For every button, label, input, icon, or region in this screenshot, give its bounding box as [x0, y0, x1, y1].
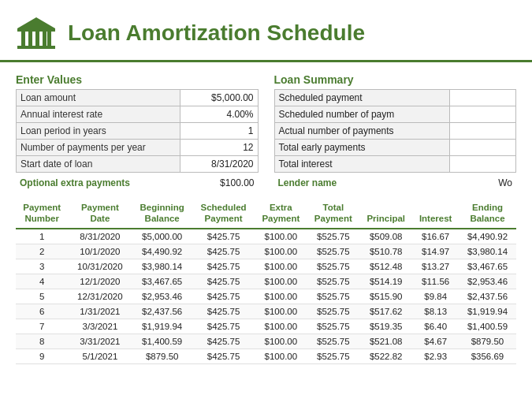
ev-label: Start date of loan [17, 156, 180, 173]
schedule-cell-6-6: $519.35 [359, 319, 412, 334]
schedule-cell-6-3: $425.75 [192, 319, 255, 334]
enter-values-row: Annual interest rate4.00% [17, 106, 259, 123]
schedule-col-1: PaymentDate [68, 199, 132, 229]
schedule-cell-0-1: 8/31/2020 [68, 229, 132, 244]
ls-label: Actual number of payments [274, 123, 449, 140]
ls-label: Scheduled payment [274, 90, 449, 106]
schedule-cell-0-2: $5,000.00 [132, 229, 192, 244]
schedule-row: 210/1/2020$4,490.92$425.75$100.00$525.75… [16, 244, 516, 259]
schedule-cell-5-7: $8.13 [412, 304, 459, 319]
enter-values-row: Loan amount$5,000.00 [17, 90, 259, 106]
schedule-col-0: PaymentNumber [16, 199, 68, 229]
svg-rect-5 [35, 32, 39, 46]
schedule-cell-3-4: $100.00 [255, 274, 307, 289]
schedule-cell-7-2: $1,400.59 [132, 334, 192, 348]
ev-value: 12 [180, 140, 258, 156]
loan-summary-row: Total interest [274, 156, 516, 173]
schedule-cell-5-2: $2,437.56 [132, 304, 192, 319]
schedule-col-8: EndingBalance [459, 199, 516, 229]
schedule-cell-0-8: $4,490.92 [459, 229, 516, 244]
schedule-cell-5-8: $1,919.94 [459, 304, 516, 319]
ls-label: Total early payments [274, 140, 449, 156]
schedule-cell-7-8: $879.50 [459, 334, 516, 348]
schedule-cell-7-1: 3/31/2021 [68, 334, 132, 348]
enter-values-row: Number of payments per year12 [17, 140, 259, 156]
schedule-cell-6-2: $1,919.94 [132, 319, 192, 334]
schedule-table: PaymentNumberPaymentDateBeginningBalance… [16, 199, 516, 364]
schedule-cell-1-1: 10/1/2020 [68, 244, 132, 259]
schedule-cell-6-8: $1,400.59 [459, 319, 516, 334]
schedule-cell-4-8: $2,437.56 [459, 289, 516, 304]
schedule-cell-3-1: 12/1/2020 [68, 274, 132, 289]
schedule-col-5: TotalPayment [307, 199, 359, 229]
schedule-col-6: Principal [359, 199, 412, 229]
enter-values-title: Enter Values [16, 73, 259, 86]
schedule-row: 412/1/2020$3,467.65$425.75$100.00$525.75… [16, 274, 516, 289]
schedule-row: 73/3/2021$1,919.94$425.75$100.00$525.75$… [16, 319, 516, 334]
schedule-cell-0-4: $100.00 [255, 229, 307, 244]
schedule-cell-4-7: $9.84 [412, 289, 459, 304]
schedule-cell-8-8: $356.69 [459, 348, 516, 363]
schedule-cell-1-3: $425.75 [192, 244, 255, 259]
schedule-cell-8-4: $100.00 [255, 348, 307, 363]
schedule-section: PaymentNumberPaymentDateBeginningBalance… [0, 192, 532, 364]
schedule-cell-6-4: $100.00 [255, 319, 307, 334]
ev-value: 1 [180, 123, 258, 140]
ls-label: Total interest [274, 156, 449, 173]
schedule-cell-1-4: $100.00 [255, 244, 307, 259]
schedule-row: 61/31/2021$2,437.56$425.75$100.00$525.75… [16, 304, 516, 319]
svg-rect-3 [21, 32, 25, 46]
bank-icon [16, 14, 57, 52]
schedule-col-2: BeginningBalance [132, 199, 192, 229]
ev-value: 4.00% [180, 106, 258, 123]
loan-summary-row: Scheduled payment [274, 90, 516, 106]
schedule-cell-7-3: $425.75 [192, 334, 255, 348]
schedule-cell-0-7: $16.67 [412, 229, 459, 244]
schedule-cell-5-1: 1/31/2021 [68, 304, 132, 319]
enter-values-row: Loan period in years1 [17, 123, 259, 140]
lender-row: Lender name Wo [274, 174, 517, 192]
schedule-cell-1-5: $525.75 [307, 244, 359, 259]
svg-rect-6 [43, 32, 47, 46]
enter-values-section: Enter Values Loan amount$5,000.00Annual … [16, 73, 259, 192]
schedule-cell-8-1: 5/1/2021 [68, 348, 132, 363]
schedule-cell-4-3: $425.75 [192, 289, 255, 304]
svg-marker-2 [17, 17, 55, 28]
schedule-cell-5-3: $425.75 [192, 304, 255, 319]
schedule-cell-7-0: 8 [16, 334, 68, 348]
loan-summary-table: Scheduled paymentScheduled number of pay… [274, 89, 517, 173]
schedule-cell-1-6: $510.78 [359, 244, 412, 259]
schedule-row: 95/1/2021$879.50$425.75$100.00$525.75$52… [16, 348, 516, 363]
page-header: Loan Amortization Schedule [0, 0, 532, 62]
schedule-cell-5-4: $100.00 [255, 304, 307, 319]
schedule-cell-4-5: $525.75 [307, 289, 359, 304]
schedule-cell-4-2: $2,953.46 [132, 289, 192, 304]
schedule-cell-8-3: $425.75 [192, 348, 255, 363]
schedule-cell-3-0: 4 [16, 274, 68, 289]
svg-rect-7 [47, 32, 51, 46]
lender-label: Lender name [278, 177, 337, 188]
main-content: Enter Values Loan amount$5,000.00Annual … [0, 62, 532, 192]
schedule-cell-7-7: $4.67 [412, 334, 459, 348]
ev-label: Annual interest rate [17, 106, 180, 123]
page-title: Loan Amortization Schedule [68, 20, 365, 46]
svg-rect-0 [17, 28, 55, 32]
schedule-cell-0-0: 1 [16, 229, 68, 244]
schedule-row: 83/31/2021$1,400.59$425.75$100.00$525.75… [16, 334, 516, 348]
schedule-cell-2-6: $512.48 [359, 259, 412, 274]
schedule-cell-1-0: 2 [16, 244, 68, 259]
schedule-cell-5-0: 6 [16, 304, 68, 319]
schedule-cell-4-1: 12/31/2020 [68, 289, 132, 304]
schedule-row: 310/31/2020$3,980.14$425.75$100.00$525.7… [16, 259, 516, 274]
schedule-cell-0-6: $509.08 [359, 229, 412, 244]
lender-value: Wo [498, 177, 512, 188]
loan-summary-title: Loan Summary [274, 73, 517, 86]
schedule-cell-1-8: $3,980.14 [459, 244, 516, 259]
schedule-cell-3-6: $514.19 [359, 274, 412, 289]
schedule-cell-0-3: $425.75 [192, 229, 255, 244]
schedule-cell-6-1: 3/3/2021 [68, 319, 132, 334]
schedule-cell-1-7: $14.97 [412, 244, 459, 259]
extra-payments-value: $100.00 [220, 177, 254, 188]
ev-value: $5,000.00 [180, 90, 258, 106]
schedule-col-7: Interest [412, 199, 459, 229]
